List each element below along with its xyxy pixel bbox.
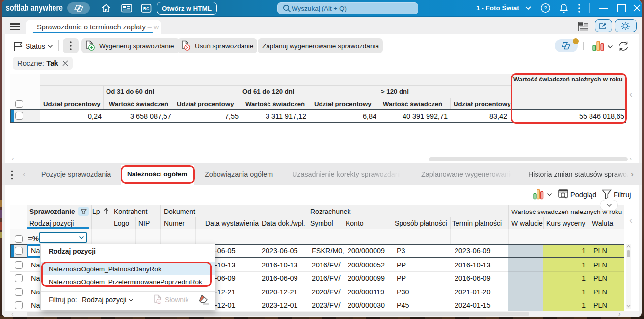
svg-text:?: ? bbox=[544, 5, 547, 11]
svg-text:BC: BC bbox=[143, 6, 149, 11]
